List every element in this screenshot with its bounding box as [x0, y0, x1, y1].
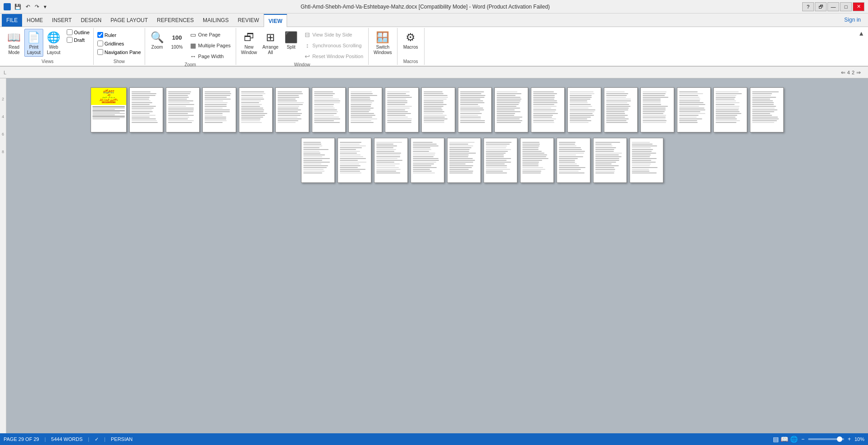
- outline-checkbox-label[interactable]: Outline: [66, 29, 91, 36]
- page-thumb-26[interactable]: [520, 138, 554, 183]
- page-thumb-19[interactable]: [750, 87, 784, 132]
- one-page-button[interactable]: ▭ One Page: [187, 30, 233, 40]
- page-thumb-8[interactable]: [348, 87, 382, 132]
- read-mode-button[interactable]: 📖 ReadMode: [5, 29, 23, 57]
- page-thumb-16[interactable]: [640, 87, 674, 132]
- page-thumb-23[interactable]: [411, 138, 444, 183]
- page-thumb-11[interactable]: [458, 87, 492, 132]
- page-thumb-13[interactable]: [531, 87, 565, 132]
- page-thumb-12[interactable]: [494, 87, 528, 132]
- web-layout-icon: 🌐: [46, 30, 61, 45]
- ruler-mark-4: 4: [2, 115, 4, 119]
- save-button[interactable]: 💾: [13, 3, 23, 11]
- print-view-icon[interactable]: ▤: [773, 436, 779, 443]
- nav-pane-checkbox[interactable]: [97, 49, 103, 55]
- view-side-by-side-button[interactable]: ⊟ View Side by Side: [302, 30, 365, 40]
- arrange-all-button[interactable]: ⊞ ArrangeAll: [260, 29, 281, 57]
- zoom-in-button[interactable]: +: [848, 436, 851, 442]
- sign-in-button[interactable]: Sign in: [844, 13, 868, 27]
- undo-button[interactable]: ↶: [24, 3, 32, 11]
- split-icon: ⬛: [284, 30, 298, 45]
- page-thumb-10[interactable]: [421, 87, 455, 132]
- document-canvas[interactable]: تحقیق آنلاین tahqighonline فایل بی ری ال…: [6, 78, 868, 433]
- ruler-checkbox-label[interactable]: Ruler: [96, 32, 117, 38]
- ruler-arrows: ⇐: [841, 69, 845, 76]
- page-thumb-9[interactable]: [385, 87, 419, 132]
- web-view-icon[interactable]: 🌐: [790, 436, 798, 443]
- tab-insert[interactable]: INSERT: [47, 14, 76, 27]
- tab-home[interactable]: HOME: [22, 14, 47, 27]
- zoom-icon: 🔍: [150, 30, 164, 45]
- draft-checkbox-label[interactable]: Draft: [66, 36, 91, 43]
- page-thumb-14[interactable]: [567, 87, 601, 132]
- page-thumb-20[interactable]: [301, 138, 335, 183]
- proofing-icon: ✓: [95, 436, 99, 442]
- ruler-checkbox[interactable]: [97, 32, 103, 38]
- page-thumb-24[interactable]: [447, 138, 481, 183]
- zoom-button[interactable]: 🔍 Zoom: [148, 29, 167, 51]
- page-thumb-4[interactable]: [202, 87, 236, 132]
- ruler-mark-2: 2: [2, 97, 4, 101]
- ruler-mark-8: 8: [2, 150, 4, 154]
- arrange-all-icon: ⊞: [263, 30, 278, 45]
- tab-review[interactable]: REVIEW: [233, 14, 263, 27]
- rows-container: [211, 138, 663, 183]
- macros-button[interactable]: ⚙ Macros: [401, 29, 420, 51]
- nav-pane-checkbox-label[interactable]: Navigation Pane: [96, 49, 142, 55]
- zoom-100-button[interactable]: 100 100%: [168, 29, 187, 51]
- outline-checkbox[interactable]: [67, 29, 73, 35]
- ruler-page-num: 4: [847, 70, 850, 75]
- tab-page-layout[interactable]: PAGE LAYOUT: [106, 14, 152, 27]
- page-thumb-17[interactable]: [677, 87, 711, 132]
- print-layout-button[interactable]: 📄 PrintLayout: [24, 29, 43, 57]
- multiple-pages-icon: ▦: [190, 42, 197, 49]
- more-button[interactable]: ▾: [42, 3, 48, 11]
- page-thumb-5[interactable]: [239, 87, 273, 132]
- language-status: PERSIAN: [111, 436, 132, 442]
- page-thumb-7[interactable]: [312, 87, 346, 132]
- split-button[interactable]: ⬛ Split: [282, 29, 301, 51]
- close-button[interactable]: ✕: [853, 2, 864, 11]
- page-thumb-18[interactable]: [713, 87, 747, 132]
- web-layout-button[interactable]: 🌐 WebLayout: [44, 29, 63, 57]
- new-window-button[interactable]: 🗗 NewWindow: [239, 29, 260, 57]
- page-thumb-15[interactable]: [604, 87, 638, 132]
- page-thumb-25[interactable]: [484, 138, 517, 183]
- help-button[interactable]: ?: [802, 2, 814, 11]
- restore-button[interactable]: 🗗: [815, 2, 827, 11]
- maximize-button[interactable]: □: [840, 2, 852, 11]
- tab-references[interactable]: REFERENCES: [152, 14, 198, 27]
- page-thumb-2[interactable]: [129, 87, 163, 132]
- sync-scrolling-label: Synchronous Scrolling: [312, 43, 361, 48]
- tab-mailings[interactable]: MAILINGS: [198, 14, 233, 27]
- page-thumb-6[interactable]: [275, 87, 309, 132]
- gridlines-checkbox[interactable]: [97, 41, 103, 46]
- page-thumb-22[interactable]: [374, 138, 408, 183]
- zoom-slider[interactable]: [808, 438, 844, 440]
- zoom-out-button[interactable]: −: [801, 436, 804, 442]
- switch-windows-button[interactable]: 🪟 SwitchWindows: [371, 29, 394, 57]
- tab-design[interactable]: DESIGN: [76, 14, 106, 27]
- reset-window-button[interactable]: ↩ Reset Window Position: [302, 51, 365, 61]
- page-width-button[interactable]: ↔ Page Width: [187, 51, 233, 61]
- page-thumb-21[interactable]: [338, 138, 371, 183]
- draft-checkbox[interactable]: [67, 37, 73, 43]
- multiple-pages-button[interactable]: ▦ Multiple Pages: [187, 41, 233, 50]
- redo-button[interactable]: ↷: [33, 3, 41, 11]
- page-thumb-27[interactable]: [557, 138, 590, 183]
- read-view-icon[interactable]: 📖: [781, 436, 788, 443]
- multiple-pages-label: Multiple Pages: [198, 43, 231, 48]
- tab-view[interactable]: VIEW: [264, 14, 288, 27]
- minimize-button[interactable]: —: [827, 2, 839, 11]
- title-bar: 💾 ↶ ↷ ▾ Ghtl-Amd-Shebh-Amd-Va-Eshtebaye-…: [0, 0, 868, 14]
- page-thumb-29[interactable]: [630, 138, 663, 183]
- collapse-ribbon-button[interactable]: ▲: [858, 30, 864, 37]
- tab-file[interactable]: FILE: [2, 14, 22, 27]
- ruler-page-indicator: ⇐ 4 2 ⇒: [841, 69, 861, 76]
- page-thumb-3[interactable]: [166, 87, 200, 132]
- page-status: PAGE 29 OF 29: [4, 436, 39, 442]
- page-thumb-28[interactable]: [593, 138, 627, 183]
- gridlines-checkbox-label[interactable]: Gridlines: [96, 40, 125, 47]
- page-thumb-1[interactable]: تحقیق آنلاین tahqighonline فایل بی ری ال…: [91, 87, 127, 132]
- sync-scrolling-button[interactable]: ↕ Synchronous Scrolling: [302, 41, 365, 50]
